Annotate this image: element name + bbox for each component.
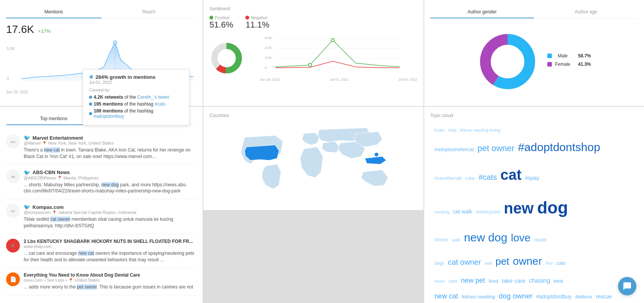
svg-text:MV: MV [11, 140, 16, 144]
mention-handle-marvel: @Marvel 📍 New York, New York, United Sta… [24, 141, 196, 145]
gender-content: Male 58.7% Female 41.3% [430, 23, 638, 100]
top-mentions-panel: Top mentions Top influencers MV 🐦 Marvel… [0, 107, 203, 303]
mention-content-abscbn: 🐦 ABS-CBN News @ABSCBNNews 📍 Manila, Phi… [24, 169, 196, 195]
topic-felines-needing[interactable]: felines needing [462, 292, 495, 302]
topic-needing[interactable]: needing [435, 208, 449, 216]
mention-text-marvel: There's a new cat in town. Tamara Blake,… [24, 147, 196, 160]
topic-walk[interactable]: walk [452, 236, 461, 244]
mention-name-kompas: 🐦 Kompas.com [24, 204, 196, 210]
topic-new-pet[interactable]: new pet [461, 274, 485, 287]
topic-owner[interactable]: owner [513, 251, 542, 272]
topic-adoptdontbuy[interactable]: #adoptdontbuy [536, 291, 572, 302]
svg-point-15 [331, 39, 334, 42]
topic-help[interactable]: help [448, 126, 456, 134]
sentiment-row: Positive 51.6% Negative 11.1% [209, 15, 417, 30]
topic-foster2[interactable]: #foster [435, 235, 449, 244]
world-map [209, 122, 417, 214]
countries-panel: Countries [203, 107, 423, 210]
tab-author-age[interactable]: Author age [534, 6, 638, 18]
sentiment-panel: Sentiment Positive 51.6% Negative 11.1% [203, 0, 423, 106]
mention-handle-ebay: www.ebay.com [24, 244, 196, 249]
avatar-ebay: 🛒 [6, 239, 20, 252]
topic-cat[interactable]: cat [500, 160, 521, 189]
mention-name-ebay: 2 Lbs KENTUCKY SHAGBARK HICKORY NUTS IN … [24, 239, 196, 244]
topic-new-cat[interactable]: new cat [435, 289, 458, 303]
topic-dog[interactable]: dog [537, 191, 568, 225]
topic-food[interactable]: food [488, 276, 498, 286]
gender-legend: Male 58.7% Female 41.3% [547, 53, 591, 70]
svg-text:4.0K: 4.0K [265, 46, 272, 50]
topic-take-care[interactable]: take care [502, 275, 526, 287]
female-legend: Female 41.3% [547, 62, 591, 67]
sentiment-line-chart: 6.0K 4.0K 2.0K 0 [248, 34, 417, 81]
mentions-count: 17.6K [6, 23, 34, 36]
topic-dog-owner[interactable]: dog owner [499, 289, 533, 303]
mention-name-issuu: Everything You Need to Know About Dog De… [24, 272, 196, 278]
sentiment-title: Sentiment [209, 6, 417, 11]
tooltip-item-1: 4.2K retweets of the Cereth_'s tweet [89, 94, 183, 100]
sentiment-donut [209, 41, 244, 75]
topic-adoptdontshop[interactable]: #adoptdontshop [518, 136, 600, 159]
topic-dogs[interactable]: dogs [435, 259, 444, 268]
svg-text:KP: KP [11, 210, 15, 213]
negative-value: 11.1% [245, 20, 269, 30]
topic-best[interactable]: best [554, 276, 563, 286]
tab-reach[interactable]: Reach [101, 6, 196, 18]
topic-new-dog[interactable]: new dog [464, 226, 507, 249]
mention-handle-issuu: issuu.com • See Less • 📍 United States [24, 278, 196, 282]
mention-text-ebay: ... cat care and encourage new cat owner… [24, 250, 196, 263]
topic-cloud-content: foster help felines needing loving #adop… [430, 122, 638, 303]
tooltip-caused: Caused by: [89, 88, 183, 92]
tab-mentions[interactable]: Mentions [6, 6, 101, 18]
topic-cats2[interactable]: cats [556, 258, 566, 268]
negative-metric: Negative 11.1% [245, 15, 269, 30]
svg-text:6.0K: 6.0K [265, 36, 272, 40]
topic-love[interactable]: love [511, 227, 530, 249]
positive-label: Positive [209, 15, 233, 20]
mention-content-ebay: 2 Lbs KENTUCKY SHAGBARK HICKORY NUTS IN … [24, 239, 196, 263]
topic-kittens[interactable]: #kittens [575, 292, 592, 302]
mention-handle-abscbn: @ABSCBNNews 📍 Manila, Philippines [24, 176, 196, 180]
mention-content-issuu: Everything You Need to Know About Dog De… [24, 272, 196, 290]
topic-cat-walk[interactable]: cat walk [453, 206, 472, 217]
topic-tnr[interactable]: #tnr [545, 259, 553, 267]
topic-savethemail[interactable]: #savethemail [435, 174, 462, 183]
growth-badge: +17% [38, 28, 51, 34]
avatar-issuu: 📄 [6, 272, 20, 286]
mentions-chart: 5.0K 0 ❄ 284% growth in mentions Jul 01,… [6, 39, 196, 88]
topic-motorcycles[interactable]: motorcycles [476, 207, 500, 217]
tooltip-item-3: 189 mentions of the hashtag #adoptdontbu… [89, 108, 183, 119]
mention-item-issuu: 📄 Everything You Need to Know About Dog … [6, 268, 196, 295]
topic-rescue[interactable]: rescue [596, 291, 612, 302]
topic-new[interactable]: new [504, 193, 534, 223]
topic-foster[interactable]: foster [435, 126, 445, 134]
tab-author-gender[interactable]: Author gender [430, 6, 534, 18]
topic-care[interactable]: care [448, 277, 457, 286]
sentiment-chart: 6.0K 4.0K 2.0K 0 [209, 34, 417, 81]
avatar-marvel: MV [6, 135, 20, 148]
mention-handle-kompas: @kompascom 📍 Jakarta Special Capital Reg… [24, 210, 196, 215]
topic-adoptasheltercat[interactable]: #adoptasheltercat [435, 145, 474, 155]
topic-collar[interactable]: collar [465, 174, 475, 182]
mention-item-abscbn: AB 🐦 ABS-CBN News @ABSCBNNews 📍 Manila, … [6, 165, 196, 200]
topic-neuter[interactable]: neuter [534, 235, 547, 244]
mention-text-issuu: ... adds more worry to the pet owner. Th… [24, 284, 196, 290]
topic-chasing[interactable]: chasing [529, 275, 550, 287]
svg-text:2.0K: 2.0K [265, 56, 272, 60]
mention-text-abscbn: ... shorts: Mabuhay Miles partnership, n… [24, 182, 196, 195]
topic-pet-owner[interactable]: pet owner [477, 140, 514, 157]
svg-text:0: 0 [265, 66, 267, 70]
chat-button[interactable] [618, 277, 636, 295]
topic-pet[interactable]: pet [495, 251, 509, 271]
tooltip-title: ❄ 284% growth in mentions [89, 74, 183, 80]
topic-home[interactable]: home [435, 277, 445, 285]
topic-well[interactable]: well [485, 259, 492, 267]
topic-cat-owner[interactable]: cat owner [448, 254, 481, 270]
mention-text-kompas: Tidak sedikit cat owner memberikan obat … [24, 216, 196, 229]
gender-donut [477, 31, 538, 92]
svg-text:AB: AB [11, 175, 15, 179]
topic-felines-needing-loving[interactable]: felines needing loving [460, 126, 501, 134]
topic-cats[interactable]: #cats [479, 169, 497, 185]
topic-spay[interactable]: #spay [525, 173, 539, 183]
male-legend: Male 58.7% [547, 53, 591, 59]
